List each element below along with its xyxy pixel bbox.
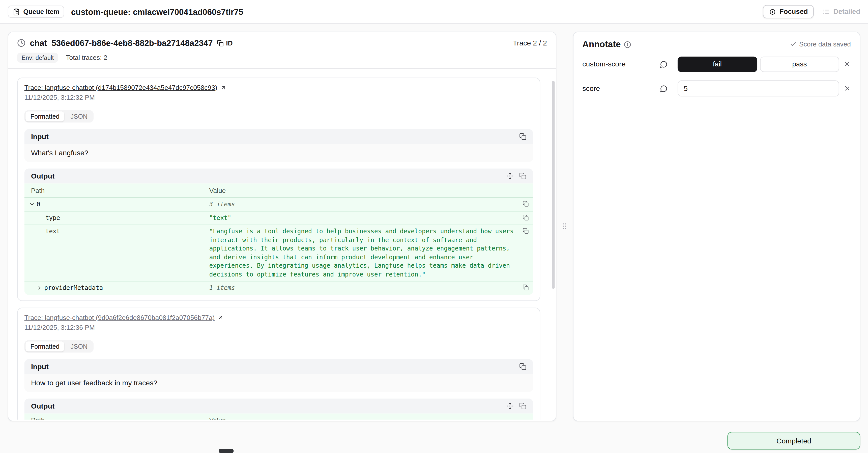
info-icon[interactable] [624,41,631,48]
copy-row-button[interactable] [523,201,529,207]
input-label: Input [31,362,49,371]
score-name: custom-score [582,60,625,68]
total-traces-label: Total traces: 2 [66,54,107,62]
copy-output-button[interactable] [519,172,527,180]
score-option-fail[interactable]: fail [678,56,757,72]
list-tree-icon [823,8,830,16]
traces-scroll-area: Trace: langfuse-chatbot (d174b1589072e43… [8,69,556,420]
comment-icon[interactable] [660,60,668,68]
session-title: chat_536ed067-b86e-4eb8-882b-ba27148a234… [30,38,213,48]
copy-input-button[interactable] [519,363,527,370]
copy-output-button[interactable] [519,402,527,409]
json-row-providerMetadata: providerMetadata 1 items [25,282,533,295]
path-column-header: Path [29,187,209,194]
page-title: custom-queue: cmiacwel70041ad060s7tlr75 [71,7,243,16]
external-link-icon [217,314,223,320]
remove-score-icon[interactable] [843,60,851,68]
id-label: ID [226,39,232,47]
json-key: text [45,227,60,236]
json-row-root: 0 3 items [25,198,533,211]
completed-button[interactable]: Completed [727,432,860,450]
tab-json[interactable]: JSON [66,111,93,121]
json-row-text: text "Langfuse is a tool designed to hel… [25,225,533,282]
score-row-custom-score: custom-score fail pass [574,56,860,72]
chevron-down-icon[interactable] [29,201,35,207]
queue-item-badge-label: Queue item [23,8,59,16]
env-badge: Env: default [17,53,58,63]
annotate-header: Annotate Score data saved [574,32,860,53]
chevron-right-icon[interactable] [37,285,42,291]
copy-row-button[interactable] [523,284,529,290]
top-bar: Queue item custom-queue: cmiacwel70041ad… [0,0,868,24]
focused-view-label: Focused [779,8,808,16]
format-tabs: Formatted JSON [25,340,94,352]
input-block: Input How to get user feedback in my tra… [25,359,533,392]
json-value: "Langfuse is a tool designed to help bus… [209,227,518,279]
grip-vertical-icon [561,222,569,230]
json-row-type: type "text" [25,211,533,225]
item-header: chat_536ed067-b86e-4eb8-882b-ba27148a234… [8,32,556,68]
score-name: score [582,84,600,93]
queue-icon [12,8,20,16]
focused-view-button[interactable]: Focused [763,5,814,19]
panel-resize-handle[interactable] [560,221,569,232]
expand-all-button[interactable] [507,172,514,180]
output-block: Output Path Value [25,398,533,420]
detailed-view-label: Detailed [833,8,861,16]
output-json-table: Path Value 0 3 items [25,183,533,295]
copy-row-button[interactable] [523,214,529,220]
app-root: Queue item custom-queue: cmiacwel70041ad… [0,0,868,453]
json-value: "text" [209,214,518,222]
queue-item-badge: Queue item [8,5,65,18]
detailed-view-button[interactable]: Detailed [823,8,860,16]
json-key: providerMetadata [44,284,103,292]
path-column-header: Path [29,416,209,420]
score-option-group: fail pass [678,56,839,72]
trace-card-2: Trace: langfuse-chatbot (9d0a6f2e6de8670… [17,307,540,420]
copy-id-button[interactable]: ID [217,39,232,47]
comment-icon[interactable] [660,85,668,92]
expand-all-button[interactable] [507,402,514,409]
remove-score-icon[interactable] [843,85,851,92]
trace-card-1: Trace: langfuse-chatbot (d174b1589072e43… [17,78,540,301]
trace-timestamp: 11/12/2025, 3:12:36 PM [25,323,533,331]
input-text: What's Langfuse? [25,144,533,162]
json-value: 3 items [209,200,518,208]
json-key: type [45,214,60,222]
output-json-table: Path Value 0 3 items [25,413,533,420]
vertical-scrollbar-thumb[interactable] [552,81,555,289]
output-label: Output [31,172,55,180]
output-block: Output Path Value [25,168,533,294]
tab-formatted[interactable]: Formatted [26,111,65,121]
input-text: How to get user feedback in my traces? [25,374,533,392]
score-option-pass[interactable]: pass [760,56,839,72]
format-tabs: Formatted JSON [25,110,94,122]
crosshair-icon [769,8,776,16]
annotate-panel: Annotate Score data saved custom-score f… [573,32,860,421]
copy-input-button[interactable] [519,133,527,140]
score-value-input[interactable] [678,80,839,96]
value-column-header: Value [209,187,226,194]
annotate-title: Annotate [582,39,621,50]
horizontal-scrollbar-thumb[interactable] [219,449,234,453]
output-label: Output [31,401,55,410]
queue-item-panel: chat_536ed067-b86e-4eb8-882b-ba27148a234… [8,32,556,421]
view-toggle: Focused Detailed [763,5,860,19]
copy-icon [217,40,224,46]
tab-formatted[interactable]: Formatted [26,341,65,351]
copy-row-button[interactable] [523,228,529,234]
json-value: 1 items [209,284,518,292]
trace-link[interactable]: Trace: langfuse-chatbot (d174b1589072e43… [25,84,217,91]
trace-link[interactable]: Trace: langfuse-chatbot (9d0a6f2e6de8670… [25,313,215,321]
tab-json[interactable]: JSON [66,341,93,351]
input-block: Input What's Langfuse? [25,129,533,162]
trace-timestamp: 11/12/2025, 3:12:32 PM [25,94,533,102]
clock-icon [17,39,26,47]
score-row-score: score [574,80,860,96]
external-link-icon [220,85,226,91]
trace-counter: Trace 2 / 2 [513,39,547,47]
input-label: Input [31,133,49,141]
json-key: 0 [37,200,40,208]
score-saved-label: Score data saved [799,40,851,48]
score-saved-status: Score data saved [790,40,851,48]
